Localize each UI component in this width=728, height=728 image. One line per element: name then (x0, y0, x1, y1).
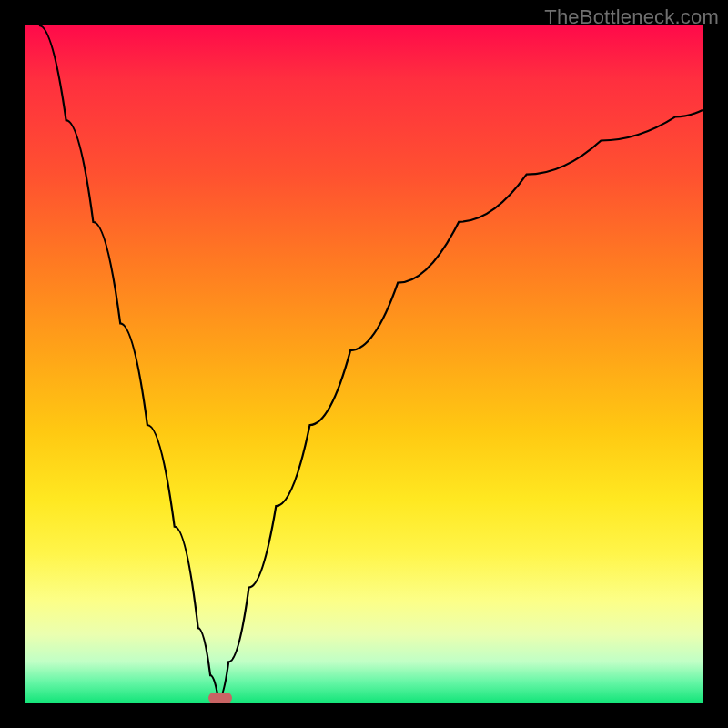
curve-left-branch (39, 25, 218, 699)
minimum-marker (208, 693, 232, 703)
chart-frame: TheBottleneck.com (0, 0, 728, 728)
curve-right-branch (218, 110, 703, 699)
watermark-label: TheBottleneck.com (544, 5, 719, 29)
plot-area (25, 25, 703, 703)
curve-layer (25, 25, 703, 703)
